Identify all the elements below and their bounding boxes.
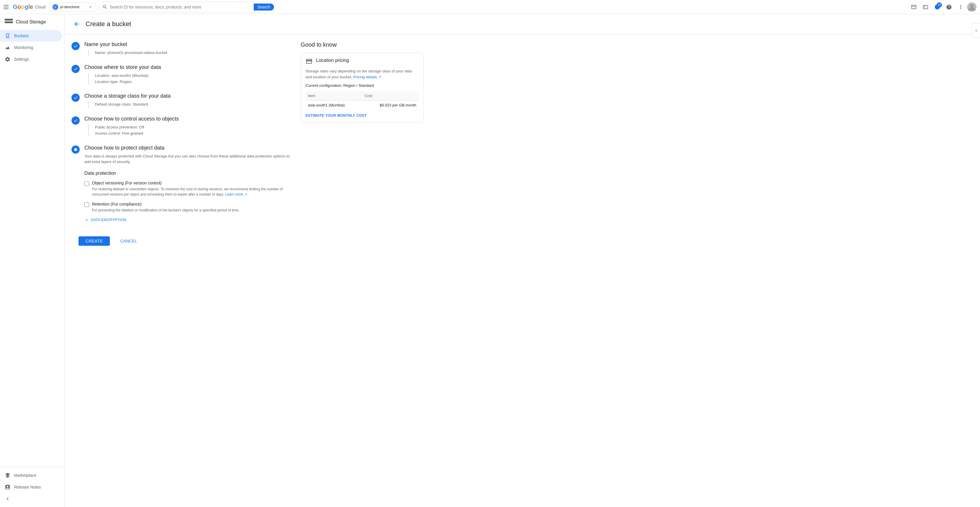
steps-panel: Name your bucket Name: ytclone01-process… (72, 41, 291, 252)
step-5-description: Your data is always protected with Cloud… (84, 153, 291, 165)
project-name: yt-devclone (60, 5, 86, 9)
top-nav: Google Cloud y yt-devclone Search 15 (0, 0, 980, 14)
step-1-title: Name your bucket (84, 41, 291, 48)
step-2-title: Choose where to store your data (84, 64, 291, 70)
retention-label: Retention (For compliance) (92, 202, 239, 206)
right-chevron-icon (974, 28, 978, 33)
sidebar-item-buckets[interactable]: Buckets (0, 30, 62, 41)
step-3-detail: Default storage class: Standard (84, 102, 291, 108)
sidebar-collapse-button[interactable] (0, 493, 64, 505)
step-5-content: Choose how to protect object data Your d… (84, 145, 291, 222)
search-bar: Search (99, 2, 274, 12)
create-button[interactable]: CREATE (78, 236, 110, 246)
right-collapse-button[interactable] (972, 24, 980, 38)
step-2-indicator (72, 65, 80, 85)
step-2-check (72, 65, 80, 73)
sidebar-nav: Buckets Monitoring Settings (0, 27, 64, 467)
encryption-toggle[interactable]: DATA ENCRYPTION (84, 218, 291, 222)
sidebar-header: Cloud Storage (0, 14, 64, 27)
table-cell-item: asia-south1 (Mumbai) (305, 100, 362, 110)
notifications-button[interactable]: 15 (932, 2, 942, 12)
content-area: Name your bucket Name: ytclone01-process… (64, 34, 980, 258)
step-protect-data: Choose how to protect object data Your d… (72, 145, 291, 222)
step-access-control: Choose how to control access to objects … (72, 116, 291, 137)
step-2-meta: Location: asia-south1 (Mumbai) Location … (95, 73, 148, 85)
versioning-checkbox[interactable] (84, 181, 89, 186)
step-name: Name your bucket Name: ytclone01-process… (72, 41, 291, 56)
monitoring-icon (5, 45, 11, 51)
chevron-down-icon (84, 218, 89, 222)
back-button[interactable] (72, 19, 82, 29)
step-2-detail: Location: asia-south1 (Mumbai) Location … (84, 73, 291, 85)
sidebar-label-buckets: Buckets (14, 33, 29, 38)
step-3-indicator (72, 94, 80, 108)
chevron-down-icon (88, 5, 93, 10)
search-button[interactable]: Search (254, 3, 274, 11)
google-cloud-logo[interactable]: Google Cloud (13, 3, 46, 10)
hamburger-menu[interactable] (3, 3, 11, 11)
more-options-icon[interactable] (955, 2, 966, 12)
step-1-content: Name your bucket Name: ytclone01-process… (84, 41, 291, 56)
step-5-dot (72, 145, 80, 154)
nav-right-actions: 15 (908, 2, 977, 12)
versioning-label: Object versioning (For version control) (92, 181, 291, 185)
step-4-content: Choose how to control access to objects … (84, 116, 291, 137)
versioning-option: Object versioning (For version control) … (84, 181, 291, 197)
sidebar-item-release-notes[interactable]: Release Notes (0, 481, 64, 493)
project-selector[interactable]: y yt-devclone (49, 3, 96, 11)
cloud-label: Cloud (35, 5, 46, 10)
retention-content: Retention (For compliance) For preventin… (92, 202, 239, 213)
support-icon[interactable] (908, 2, 919, 12)
search-input[interactable] (110, 5, 252, 10)
step-4-check (72, 116, 80, 124)
action-buttons: CREATE CANCEL (72, 231, 291, 252)
versioning-content: Object versioning (For version control) … (92, 181, 291, 197)
main-content: Create a bucket Name your bucket (64, 14, 980, 507)
page-title: Create a bucket (86, 20, 131, 28)
search-icon (102, 5, 108, 10)
notification-count: 15 (937, 2, 942, 8)
retention-checkbox[interactable] (84, 202, 89, 207)
sidebar-label-monitoring: Monitoring (14, 45, 33, 50)
cancel-button[interactable]: CANCEL (113, 236, 144, 246)
estimate-monthly-cost-link[interactable]: ESTIMATE YOUR MONTHLY COST (305, 113, 367, 118)
svg-rect-2 (6, 38, 10, 38)
sidebar-label-settings: Settings (14, 57, 29, 62)
pricing-table: Item Cost asia-south1 (Mumbai) $0.023 pe… (305, 91, 418, 110)
current-config: Current configuration: Region / Standard (305, 83, 418, 88)
encryption-label: DATA ENCRYPTION (91, 218, 126, 222)
learn-more-link[interactable]: Learn more ↗ (225, 192, 247, 196)
cloud-storage-icon (5, 19, 13, 25)
help-icon[interactable] (944, 2, 954, 12)
sidebar-item-marketplace[interactable]: Marketplace (0, 469, 64, 481)
location-pricing-card: Location pricing Storage rates vary depe… (301, 53, 424, 123)
data-protection-section: Data protection Object versioning (For v… (84, 171, 291, 222)
step-5-indicator (72, 145, 80, 222)
user-avatar[interactable] (967, 2, 977, 12)
step-2-content: Choose where to store your data Location… (84, 64, 291, 85)
settings-icon (5, 56, 11, 62)
sidebar-item-monitoring[interactable]: Monitoring (0, 41, 62, 53)
google-logo-text: Google (13, 3, 33, 10)
step-3-meta: Default storage class: Standard (95, 102, 148, 108)
pricing-details-link[interactable]: Pricing details ↗ (353, 75, 382, 79)
project-avatar: y (52, 4, 58, 10)
good-to-know-title: Good to know (301, 41, 424, 48)
terminal-icon[interactable] (920, 2, 931, 12)
retention-desc: For preventing the deletion or modificat… (92, 207, 239, 213)
table-header-cost: Cost (362, 91, 418, 100)
step-4-title: Choose how to control access to objects (84, 116, 291, 122)
sidebar: Cloud Storage Buckets Monitoring Setting… (0, 14, 64, 507)
collapse-icon (5, 496, 11, 502)
app-layout: Cloud Storage Buckets Monitoring Setting… (0, 14, 980, 507)
sidebar-title: Cloud Storage (16, 19, 46, 25)
sidebar-label-release-notes: Release Notes (14, 485, 41, 489)
sidebar-item-settings[interactable]: Settings (0, 53, 62, 65)
step-3-content: Choose a storage class for your data Def… (84, 93, 291, 108)
table-row: asia-south1 (Mumbai) $0.023 per GB-month (305, 100, 418, 110)
card-title: Location pricing (316, 58, 349, 63)
bucket-icon (5, 33, 11, 39)
step-storage-class: Choose a storage class for your data Def… (72, 93, 291, 108)
data-protection-title: Data protection (84, 171, 291, 176)
step-1-meta: Name: ytclone01-processed-videos-bucket (95, 50, 167, 56)
